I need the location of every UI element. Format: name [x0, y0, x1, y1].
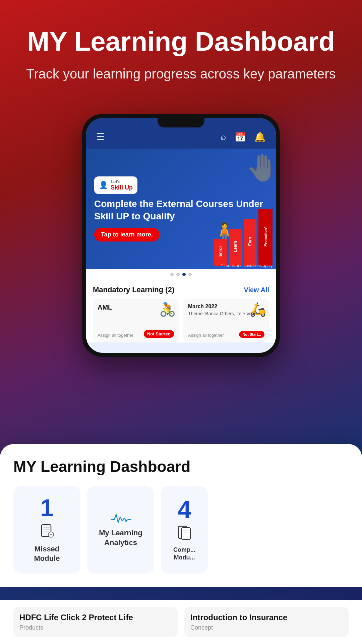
stat-label-missed: Missed Module [21, 544, 72, 564]
terms-text: * Terms and conditions apply [221, 263, 273, 268]
stat-card-analytics[interactable]: My Learning Analytics [87, 486, 154, 574]
course-assign: Assign all together [98, 333, 133, 338]
bottom-course-2[interactable]: Introduction to Insurance Concept [184, 607, 349, 637]
phone-notch [158, 118, 204, 127]
hero-title: MY Learning Dashboard [20, 27, 342, 56]
bottom-course-tag-2: Concept [190, 624, 343, 631]
course-figure: 🚴 [159, 302, 176, 317]
course-card-march[interactable]: March 2022 Theme_Banca Others, Tele Vert… [183, 299, 269, 342]
banner-heading: Complete the External Courses Under Skil… [94, 198, 268, 222]
completed-module-icon [177, 525, 192, 543]
banner-cta-button[interactable]: Tap to learn more. [94, 228, 160, 241]
app-banner: 👤 Let's Skill Up Complete the External C… [86, 149, 276, 269]
stat-number-missed: 1 [40, 496, 54, 520]
phone-screen: ☰ ⌕ 📅 🔔 👤 Let's [86, 118, 276, 353]
bottom-course-tag-1: Products [19, 624, 172, 631]
hero-subtitle: Track your learning progress across key … [20, 64, 342, 83]
bell-icon[interactable]: 🔔 [254, 131, 266, 143]
dashboard-title: MY Learning Dashboard [13, 458, 349, 476]
dot-1 [170, 273, 174, 276]
course-status-2: Not Start... [239, 331, 264, 338]
dot-2 [176, 273, 180, 276]
pulse-icon [111, 512, 131, 525]
view-all-button[interactable]: View All [244, 286, 269, 294]
stat-card-missed[interactable]: 1 Missed Module [13, 486, 80, 574]
search-icon[interactable]: ⌕ [221, 131, 226, 143]
calendar-icon[interactable]: 📅 [234, 131, 246, 143]
stat-label-completed: Comp...Modu... [173, 546, 195, 562]
svg-rect-9 [182, 528, 190, 540]
hero-section: MY Learning Dashboard Track your learnin… [0, 0, 362, 97]
dot-4 [188, 273, 192, 276]
badge-lets: Let's [111, 179, 133, 184]
course-status: Not Started [144, 330, 174, 338]
phone-mockup: ☰ ⌕ 📅 🔔 👤 Let's [82, 114, 280, 357]
svg-point-7 [125, 520, 127, 522]
course-figure-2: 🛵 [250, 302, 266, 317]
bottom-course-name-1: HDFC Life Click 2 Protect Life [19, 613, 172, 622]
bottom-course-name-2: Introduction to Insurance [190, 613, 343, 622]
bottom-courses: HDFC Life Click 2 Protect Life Products … [0, 600, 362, 644]
nav-icons: ⌕ 📅 🔔 [221, 131, 266, 143]
dashboard-sheet: MY Learning Dashboard 1 Missed Mo [0, 444, 362, 587]
stats-row: 1 Missed Module [13, 486, 349, 574]
stat-card-completed[interactable]: 4 Comp...Modu... [161, 486, 208, 574]
course-card-aml[interactable]: AML 🚴 Assign all together Not Started [93, 299, 179, 342]
badge-icon: 👤 [99, 181, 108, 190]
stat-label-analytics: My Learning Analytics [95, 528, 146, 547]
course-assign-2: Assign all together [188, 333, 224, 338]
carousel-dots [86, 269, 276, 279]
banner-content: 👤 Let's Skill Up Complete the External C… [86, 170, 276, 248]
missed-module-icon [40, 523, 54, 541]
phone-frame: ☰ ⌕ 📅 🔔 👤 Let's [82, 114, 280, 357]
skillup-badge: 👤 Let's Skill Up [94, 176, 137, 194]
badge-skillup: Skill Up [111, 184, 133, 191]
bottom-course-1[interactable]: HDFC Life Click 2 Protect Life Products [13, 607, 178, 637]
mandatory-title: Mandatory Learning (2) [93, 285, 174, 294]
courses-row: AML 🚴 Assign all together Not Started Ma… [93, 299, 269, 342]
section-header: Mandatory Learning (2) View All [93, 285, 269, 294]
dot-3 [182, 273, 186, 276]
stat-number-completed: 4 [178, 497, 191, 522]
mandatory-section: Mandatory Learning (2) View All AML 🚴 As… [86, 279, 276, 342]
hamburger-icon[interactable]: ☰ [96, 131, 105, 143]
